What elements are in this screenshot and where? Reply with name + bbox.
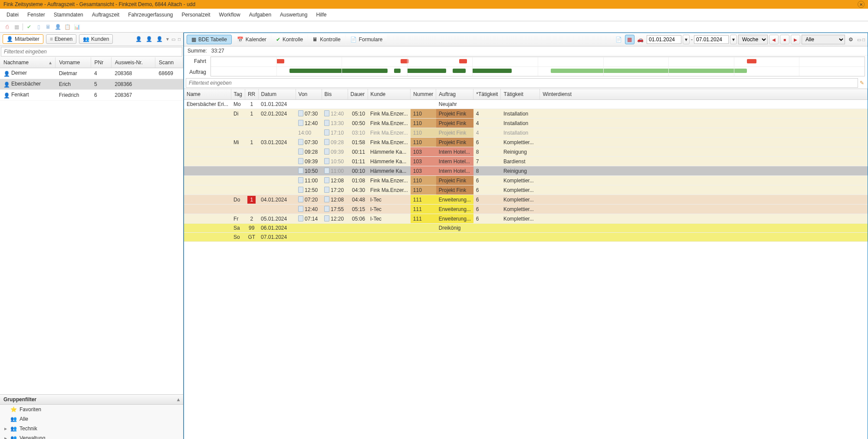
bde-col-header[interactable]: Kunde [368,89,411,100]
bde-row[interactable]: 12:40 17:55 05:15 I-Tec 111 Erweiterung.… [184,205,868,214]
menu-stammdaten[interactable]: Stammdaten [50,10,87,19]
emp-col-header[interactable]: Nachname ▴ [0,57,56,68]
view-tab[interactable]: 📅Kalender [233,35,271,44]
dropdown-icon[interactable]: ▾ [166,36,169,42]
calc-icon [324,120,329,126]
period-select[interactable]: Woche [738,35,768,44]
pdf-export-icon[interactable]: 📄 [614,35,624,44]
minimize-icon[interactable]: ▭ [857,37,861,42]
bde-row[interactable]: Fr 2 05.01.2024 07:14 12:20 05:06 I-Tec … [184,214,868,224]
emp-col-header[interactable]: Vorname [56,57,91,68]
view-tab[interactable]: 🖩Kontrolle [308,35,345,44]
grid-view-icon[interactable]: ▦ [625,35,635,44]
maximize-icon[interactable]: □ [862,37,865,42]
menu-fahrzeugerfassung[interactable]: Fahrzeugerfassung [124,10,177,19]
view-tab[interactable]: 📄Formulare [346,35,387,44]
chart-icon[interactable]: 📊 [73,23,80,30]
bde-row[interactable]: 10:50 11:00 00:10 Hämmerle Ka... 103 Int… [184,166,868,176]
bde-row[interactable]: 11:00 12:08 01:08 Fink Ma.Enzer... 110 P… [184,176,868,185]
bde-col-header[interactable]: Von [296,89,322,100]
person-icon: 👤 [3,92,10,99]
bde-row[interactable]: 09:39 10:50 01:11 Hämmerle Ka... 103 Int… [184,157,868,166]
bde-col-header[interactable]: Datum [258,89,296,100]
bde-col-header[interactable]: RR [245,89,258,100]
bde-col-header[interactable]: Tätigkeit [501,89,540,100]
bde-col-header[interactable]: Nummer [411,89,436,100]
menu-auswertung[interactable]: Auswertung [276,10,311,19]
bde-row[interactable]: 09:28 09:39 00:11 Hämmerle Ka... 103 Int… [184,147,868,157]
bde-col-header[interactable]: Tag [231,89,245,100]
group-filter-header[interactable]: Gruppenfilter ▴ [0,395,183,405]
menu-fenster[interactable]: Fenster [23,10,49,19]
employee-row[interactable]: 👤FenkartFriedrich6208367 [0,90,183,101]
close-icon[interactable]: ✕ [858,1,865,8]
cal-nav-3-icon[interactable]: ▶ [791,35,800,44]
bde-row[interactable]: Sa 99 06.01.2024 Dreikönig [184,224,868,233]
bde-filter-input[interactable] [186,78,858,88]
emp-col-header[interactable]: PNr [91,57,111,68]
menu-personalzeit[interactable]: Personalzeit [178,10,214,19]
timeline-label-fahrt: Fahrt [194,58,206,64]
date-to-dropdown[interactable]: ▾ [730,35,737,44]
menu-auftragszeit[interactable]: Auftragszeit [88,10,123,19]
bde-row[interactable]: Di 1 02.01.2024 07:30 12:40 05:10 Fink M… [184,109,868,119]
calc-icon [298,196,303,202]
view-tab[interactable]: ▦BDE Tabelle [187,35,232,44]
bde-col-header[interactable]: *Tätigkeit [473,89,501,100]
filter-all-select[interactable]: Alle [802,35,845,44]
menu-datei[interactable]: Datei [3,10,23,19]
person-filter-3-icon[interactable]: 👤 [156,35,164,43]
employee-filter-input[interactable] [1,47,182,56]
bde-row[interactable]: 12:50 17:20 04:30 Fink Ma.Enzer... 110 P… [184,185,868,195]
person-icon: 👤 [7,36,13,42]
calc-icon[interactable]: 🖩 [45,23,52,30]
employee-row[interactable]: 👤DemerDietmar420836868669 [0,68,183,79]
minimize-icon[interactable]: ▭ [171,37,175,42]
pdf-icon[interactable]: ⎙ [3,23,10,30]
date-to-input[interactable] [694,35,729,44]
tab-ebenen[interactable]: ≡ Ebenen [46,34,76,44]
bde-col-header[interactable]: Name [184,89,231,100]
bde-row[interactable]: Ebersbächer Eri... Mo 1 01.01.2024 Neuja… [184,100,868,109]
cal-nav-2-icon[interactable]: ■ [780,35,789,44]
emp-col-header[interactable]: Scann [155,57,183,68]
person-icon[interactable]: 👤 [54,23,61,30]
employee-row[interactable]: 👤EbersbächerErich5208366 [0,79,183,90]
bde-row[interactable]: Mi 1 03.01.2024 07:30 09:28 01:58 Fink M… [184,138,868,147]
group-item[interactable]: 👥Alle [0,414,183,424]
group-item[interactable]: ▸👥Technik [0,424,183,433]
group-item[interactable]: ▸👥Verwaltung [0,433,183,439]
bde-row[interactable]: Do 1 04.01.2024 07:20 12:08 04:48 I-Tec … [184,195,868,205]
person-filter-2-icon[interactable]: 👤 [145,35,153,43]
date-from-input[interactable] [647,35,681,44]
bde-col-header[interactable]: Bis [322,89,348,100]
gear-icon[interactable]: ⚙ [846,35,856,44]
maximize-icon[interactable]: □ [178,37,181,42]
bde-row[interactable]: 12:40 13:30 00:50 Fink Ma.Enzer... 110 P… [184,119,868,128]
emp-col-header[interactable]: Ausweis-Nr. [111,57,155,68]
pencil-icon[interactable]: ✎ [858,79,866,87]
menu-workflow[interactable]: Workflow [215,10,244,19]
view-tab[interactable]: ✔Kontrolle [272,35,307,44]
group-icon: 👥 [10,426,17,432]
bde-col-header[interactable]: Auftrag [436,89,473,100]
cal-nav-1-icon[interactable]: ◀ [769,35,779,44]
bde-row[interactable]: 14:00 17:10 03:10 Fink Ma.Enzer... 110 P… [184,128,868,138]
menu-hilfe[interactable]: Hilfe [312,10,330,19]
person-filter-1-icon[interactable]: 👤 [135,35,143,43]
employee-table: Nachname ▴VornamePNrAusweis-Nr.Scann 👤De… [0,57,183,394]
date-from-dropdown[interactable]: ▾ [683,35,690,44]
tab-mitarbeiter[interactable]: 👤 Mitarbeiter [3,34,43,44]
menu-aufgaben[interactable]: Aufgaben [245,10,275,19]
grid-icon[interactable]: ▦ [13,23,20,30]
tab-kunden[interactable]: 👥 Kunden [79,34,113,44]
check-icon[interactable]: ✔ [26,23,33,30]
clipboard-icon[interactable]: 📋 [64,23,71,30]
bde-row[interactable]: So GT 07.01.2024 [184,233,868,242]
car-icon[interactable]: 🚗 [636,35,645,44]
group-item[interactable]: ⭐Favoriten [0,405,183,414]
collapse-icon[interactable]: ▴ [177,396,180,403]
bde-col-header[interactable]: Winterdienst [540,89,868,100]
bde-col-header[interactable]: Dauer [348,89,368,100]
calendar-icon[interactable]: ▯ [35,23,42,30]
